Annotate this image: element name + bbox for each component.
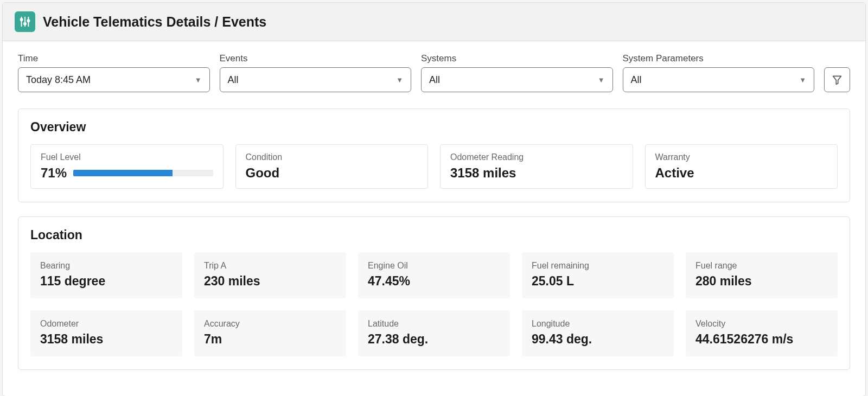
engine-oil-label: Engine Oil [368, 261, 500, 271]
overview-card-warranty: Warranty Active [645, 144, 838, 189]
filter-systems-value: All [429, 74, 440, 86]
header-bar: Vehicle Telematics Details / Events [3, 3, 865, 41]
filter-button[interactable] [824, 67, 850, 92]
fuel-remaining-label: Fuel remaining [532, 261, 664, 271]
app-frame: Vehicle Telematics Details / Events Time… [2, 2, 866, 396]
loc-odometer-label: Odometer [40, 319, 173, 329]
fuel-progress-fill [73, 170, 173, 176]
filters-row: Time Today 8:45 AM ▼ Events All ▼ System… [18, 53, 850, 92]
filter-systems-label: Systems [421, 53, 613, 64]
filter-params-group: System Parameters All ▼ [623, 53, 815, 92]
filter-time-value: Today 8:45 AM [26, 74, 91, 86]
velocity-value: 44.61526276 m/s [695, 332, 828, 347]
loc-card-velocity: Velocity 44.61526276 m/s [686, 310, 838, 356]
loc-card-fuel-range: Fuel range 280 miles [686, 252, 838, 298]
fuel-remaining-value: 25.05 L [532, 274, 664, 289]
loc-card-odometer: Odometer 3158 miles [30, 310, 182, 356]
latitude-value: 27.38 deg. [368, 332, 500, 347]
svg-point-4 [24, 23, 26, 25]
svg-point-3 [21, 18, 23, 21]
location-title: Location [30, 228, 838, 242]
filter-events-label: Events [220, 53, 412, 64]
fuel-percent: 71% [41, 165, 67, 181]
svg-marker-6 [833, 76, 841, 84]
accuracy-label: Accuracy [204, 319, 336, 329]
overview-card-odometer: Odometer Reading 3158 miles [440, 144, 633, 189]
fuel-range-label: Fuel range [695, 261, 828, 271]
chevron-down-icon: ▼ [195, 76, 202, 84]
bearing-value: 115 degree [40, 274, 173, 289]
overview-panel: Overview Fuel Level 71% Condition Good [18, 108, 850, 202]
loc-card-bearing: Bearing 115 degree [30, 252, 182, 298]
filter-params-value: All [631, 74, 642, 86]
filter-events-dropdown[interactable]: All ▼ [220, 67, 412, 92]
loc-card-trip-a: Trip A 230 miles [194, 252, 346, 298]
overview-cards-row: Fuel Level 71% Condition Good Odometer R… [30, 144, 838, 189]
loc-card-latitude: Latitude 27.38 deg. [358, 310, 510, 356]
chevron-down-icon: ▼ [799, 76, 806, 84]
filter-events-value: All [228, 74, 239, 86]
fuel-label: Fuel Level [41, 152, 213, 162]
loc-card-engine-oil: Engine Oil 47.45% [358, 252, 510, 298]
filter-systems-dropdown[interactable]: All ▼ [421, 67, 613, 92]
sliders-icon [15, 11, 35, 32]
filter-systems-group: Systems All ▼ [421, 53, 613, 92]
accuracy-value: 7m [204, 332, 336, 347]
fuel-progress-bar [73, 170, 213, 176]
velocity-label: Velocity [695, 319, 828, 329]
odometer-label: Odometer Reading [450, 152, 623, 162]
fuel-range-value: 280 miles [695, 274, 828, 289]
bearing-label: Bearing [40, 261, 173, 271]
warranty-label: Warranty [655, 152, 828, 162]
longitude-label: Longitude [532, 319, 664, 329]
overview-card-condition: Condition Good [235, 144, 429, 189]
loc-card-longitude: Longitude 99.43 deg. [522, 310, 674, 356]
location-panel: Location Bearing 115 degree Trip A 230 m… [18, 216, 850, 370]
location-grid: Bearing 115 degree Trip A 230 miles Engi… [30, 252, 838, 356]
page-title: Vehicle Telematics Details / Events [43, 14, 266, 30]
chevron-down-icon: ▼ [396, 76, 403, 84]
trip-a-label: Trip A [204, 261, 336, 271]
filter-time-group: Time Today 8:45 AM ▼ [18, 53, 210, 92]
filter-time-label: Time [18, 53, 210, 64]
loc-card-fuel-remaining: Fuel remaining 25.05 L [522, 252, 674, 298]
odometer-value: 3158 miles [450, 165, 623, 181]
filter-events-group: Events All ▼ [220, 53, 412, 92]
engine-oil-value: 47.45% [368, 274, 500, 289]
filter-params-label: System Parameters [623, 53, 815, 64]
loc-card-accuracy: Accuracy 7m [194, 310, 346, 356]
filter-time-dropdown[interactable]: Today 8:45 AM ▼ [18, 67, 210, 92]
svg-point-5 [27, 20, 29, 22]
trip-a-value: 230 miles [204, 274, 336, 289]
loc-odometer-value: 3158 miles [40, 332, 173, 347]
condition-label: Condition [246, 152, 418, 162]
funnel-icon [832, 74, 843, 85]
condition-value: Good [246, 165, 418, 181]
content-area: Time Today 8:45 AM ▼ Events All ▼ System… [3, 41, 865, 396]
chevron-down-icon: ▼ [598, 76, 605, 84]
fuel-row: 71% [41, 165, 213, 181]
filter-params-dropdown[interactable]: All ▼ [623, 67, 815, 92]
warranty-value: Active [655, 165, 828, 181]
latitude-label: Latitude [368, 319, 500, 329]
longitude-value: 99.43 deg. [532, 332, 664, 347]
overview-card-fuel: Fuel Level 71% [30, 144, 224, 189]
overview-title: Overview [30, 120, 838, 135]
